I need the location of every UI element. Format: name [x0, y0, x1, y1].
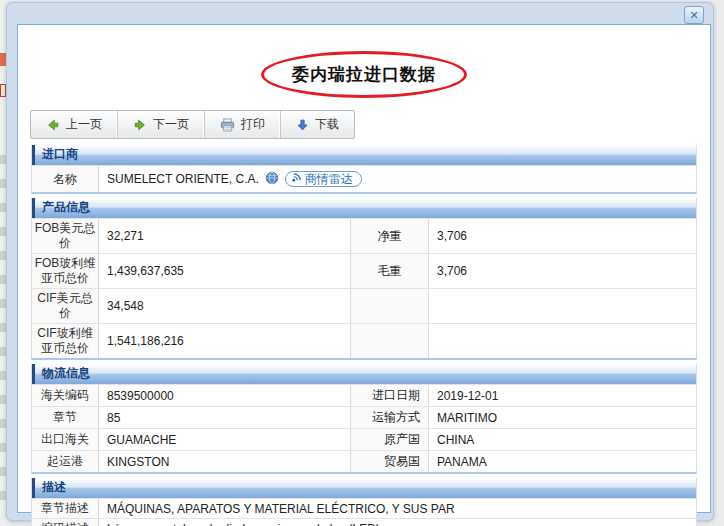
close-icon[interactable]: ✕	[684, 6, 704, 24]
row-value: 8539500000	[99, 385, 351, 406]
row-value: 1,439,637,635	[99, 254, 351, 288]
row-label: 贸易国	[351, 451, 429, 472]
row-value: GUAMACHE	[99, 429, 351, 450]
table-row: FOB美元总价 32,271 净重 3,706	[32, 218, 696, 253]
business-radar-label: 商情雷达	[305, 171, 353, 188]
toolbar: 上一页 下一页 打印	[30, 110, 355, 139]
row-label: 出口海关	[32, 429, 99, 450]
table-row: CIF美元总价 34,548	[32, 288, 696, 323]
row-value: Lámparas y tubos de diodos emisores de l…	[99, 519, 696, 526]
row-label: 毛重	[351, 254, 429, 288]
row-label: FOB美元总价	[32, 219, 99, 253]
title-area: 委内瑞拉进口数据	[31, 63, 697, 85]
section-logistics-header: 物流信息	[32, 364, 696, 384]
globe-icon[interactable]	[265, 171, 279, 188]
business-radar-badge[interactable]: 商情雷达	[285, 171, 362, 187]
table-row: CIF玻利维亚币总价 1,541,186,216	[32, 323, 696, 358]
printer-icon	[220, 118, 235, 132]
row-value: 3,706	[429, 254, 696, 288]
row-label: 净重	[351, 219, 429, 253]
section-product: 产品信息 FOB美元总价 32,271 净重 3,706 FOB玻利维亚币总价 …	[31, 198, 697, 360]
row-value: MARITIMO	[429, 407, 696, 428]
next-page-button[interactable]: 下一页	[118, 111, 205, 138]
page-title: 委内瑞拉进口数据	[292, 65, 436, 84]
section-importer: 进口商 名称 SUMELECT ORIENTE, C.A.	[31, 145, 697, 194]
section-description: 描述 章节描述 MÁQUINAS, APARATOS Y MATERIAL EL…	[31, 478, 697, 526]
row-label: 海关编码	[32, 385, 99, 406]
row-label: 原产国	[351, 429, 429, 450]
row-value	[429, 324, 696, 358]
section-logistics: 物流信息 海关编码 8539500000 进口日期 2019-12-01 章节 …	[31, 364, 697, 474]
section-description-header: 描述	[32, 478, 696, 498]
prev-page-label: 上一页	[66, 116, 102, 133]
table-row: 名称 SUMELECT ORIENTE, C.A.	[32, 165, 696, 192]
row-value: 3,706	[429, 219, 696, 253]
row-value: 1,541,186,216	[99, 324, 351, 358]
importer-name-label: 名称	[32, 166, 99, 192]
row-label: CIF美元总价	[32, 289, 99, 323]
table-row: FOB玻利维亚币总价 1,439,637,635 毛重 3,706	[32, 253, 696, 288]
table-row: 海关编码 8539500000 进口日期 2019-12-01	[32, 384, 696, 406]
row-value	[429, 289, 696, 323]
section-importer-header: 进口商	[32, 145, 696, 165]
table-row: 章节 85 运输方式 MARITIMO	[32, 406, 696, 428]
download-label: 下载	[315, 116, 339, 133]
table-row: 起运港 KINGSTON 贸易国 PANAMA	[32, 450, 696, 472]
radar-icon	[291, 172, 302, 186]
row-label: 进口日期	[351, 385, 429, 406]
green-arrow-right-icon	[133, 118, 147, 132]
green-arrow-left-icon	[46, 118, 60, 132]
row-value: 2019-12-01	[429, 385, 696, 406]
table-row: 章节描述 MÁQUINAS, APARATOS Y MATERIAL ELÉCT…	[32, 498, 696, 518]
detail-sections: 进口商 名称 SUMELECT ORIENTE, C.A.	[31, 145, 697, 526]
dialog-content-panel: 委内瑞拉进口数据 上一页 下一页	[17, 24, 711, 513]
importer-name-value: SUMELECT ORIENTE, C.A.	[107, 172, 259, 186]
print-label: 打印	[241, 116, 265, 133]
row-label	[351, 289, 429, 323]
row-label	[351, 324, 429, 358]
row-value: 85	[99, 407, 351, 428]
next-page-label: 下一页	[153, 116, 189, 133]
row-value: KINGSTON	[99, 451, 351, 472]
download-button[interactable]: 下载	[281, 111, 354, 138]
row-label: CIF玻利维亚币总价	[32, 324, 99, 358]
prev-page-button[interactable]: 上一页	[31, 111, 118, 138]
row-label: FOB玻利维亚币总价	[32, 254, 99, 288]
row-value: MÁQUINAS, APARATOS Y MATERIAL ELÉCTRICO,…	[99, 499, 696, 518]
import-data-dialog: ✕ 委内瑞拉进口数据 上一页 下一页	[6, 2, 714, 521]
row-value: 32,271	[99, 219, 351, 253]
row-value: PANAMA	[429, 451, 696, 472]
table-row: 出口海关 GUAMACHE 原产国 CHINA	[32, 428, 696, 450]
row-label: 运输方式	[351, 407, 429, 428]
blue-arrow-down-icon	[296, 118, 309, 132]
print-button[interactable]: 打印	[205, 111, 281, 138]
row-label: 章节	[32, 407, 99, 428]
row-label: 章节描述	[32, 499, 99, 518]
row-value: 34,548	[99, 289, 351, 323]
importer-name-cell: SUMELECT ORIENTE, C.A.	[99, 166, 696, 192]
row-label: 起运港	[32, 451, 99, 472]
row-label: 编码描述	[32, 519, 99, 526]
row-value: CHINA	[429, 429, 696, 450]
table-row: 编码描述 Lámparas y tubos de diodos emisores…	[32, 518, 696, 526]
section-product-header: 产品信息	[32, 198, 696, 218]
